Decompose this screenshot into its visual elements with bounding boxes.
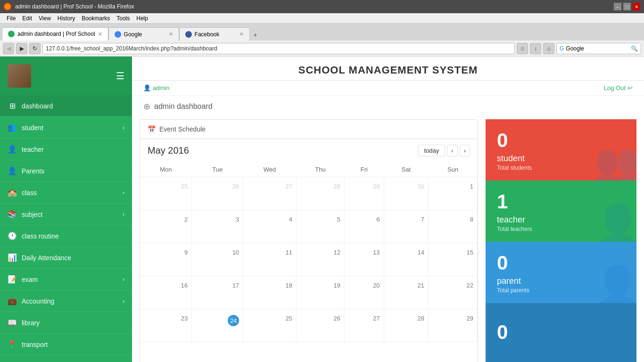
- chevron-right-icon-class: ›: [123, 189, 124, 196]
- sidebar-item-library[interactable]: 📖 library: [0, 312, 132, 334]
- menu-help[interactable]: Help: [133, 14, 151, 23]
- calendar-day[interactable]: 24: [192, 309, 243, 342]
- calendar-day[interactable]: 30: [384, 177, 428, 210]
- maximize-button[interactable]: □: [623, 3, 631, 10]
- address-bar[interactable]: 127.0.0.1/free_school_app_2016March/inde…: [42, 43, 515, 54]
- prev-month-button[interactable]: ‹: [447, 145, 457, 156]
- calendar-day[interactable]: 6: [345, 210, 384, 243]
- calendar-day[interactable]: 28: [297, 177, 345, 210]
- tab-close-google[interactable]: ✕: [169, 31, 173, 37]
- home-button[interactable]: ⌂: [543, 43, 554, 54]
- calendar-day[interactable]: 25: [140, 177, 192, 210]
- search-icon: 🔍: [631, 45, 638, 52]
- today-button[interactable]: today: [418, 145, 446, 156]
- day-mon: Mon: [140, 162, 192, 177]
- refresh-button[interactable]: ↓: [530, 43, 541, 54]
- calendar-day[interactable]: 19: [297, 276, 345, 309]
- stat-card-student: 0 student Total students 👥: [486, 119, 636, 181]
- calendar-day[interactable]: 18: [243, 276, 297, 309]
- sidebar-label-transport: transport: [22, 341, 48, 348]
- new-tab-button[interactable]: +: [250, 29, 261, 41]
- calendar-grid: Mon Tue Wed Thu Fri Sat Sun 252627282930…: [140, 162, 478, 342]
- sidebar-item-accounting[interactable]: 💼 Accounting ›: [0, 290, 132, 312]
- sidebar-item-dormitory[interactable]: 🏠 dormitory: [0, 355, 132, 362]
- calendar-day[interactable]: 21: [384, 276, 428, 309]
- transport-icon: 📍: [8, 340, 17, 349]
- sidebar-item-parents[interactable]: 👤 Parents: [0, 160, 132, 182]
- calendar-day[interactable]: 26: [192, 177, 243, 210]
- calendar-day[interactable]: 9: [140, 243, 192, 276]
- calendar-day[interactable]: 23: [140, 309, 192, 342]
- calendar-day[interactable]: 29: [345, 177, 384, 210]
- sidebar-item-exam[interactable]: 📝 exam ›: [0, 269, 132, 290]
- calendar-day[interactable]: 27: [345, 309, 384, 342]
- menu-history[interactable]: History: [55, 14, 78, 23]
- sidebar-item-daily-attendance[interactable]: 📊 Daily Attendance: [0, 247, 132, 269]
- logout-link[interactable]: Log Out ↩: [604, 84, 633, 91]
- reload-button[interactable]: ↻: [29, 43, 41, 54]
- calendar-day[interactable]: 11: [243, 243, 297, 276]
- menu-file[interactable]: File: [4, 14, 18, 23]
- window-title: admin dashboard | Prof School - Mozilla …: [15, 3, 134, 10]
- tab-facebook[interactable]: Facebook ✕: [179, 27, 250, 41]
- teacher-icon: 👤: [8, 145, 17, 154]
- close-button[interactable]: ✕: [633, 3, 640, 10]
- calendar-day[interactable]: 25: [243, 309, 297, 342]
- calendar-day[interactable]: 26: [297, 309, 345, 342]
- calendar-day[interactable]: 3: [192, 210, 243, 243]
- menu-bar: File Edit View History Bookmarks Tools H…: [0, 13, 644, 24]
- calendar-day[interactable]: 10: [192, 243, 243, 276]
- calendar-day[interactable]: 27: [243, 177, 297, 210]
- calendar-day[interactable]: 15: [428, 243, 477, 276]
- calendar-day[interactable]: 14: [384, 243, 428, 276]
- browser-search-bar[interactable]: G Google 🔍: [556, 43, 641, 54]
- calendar-nav-buttons: today ‹ ›: [418, 145, 471, 156]
- admin-link[interactable]: 👤 admin: [143, 84, 169, 91]
- sidebar-item-dashboard[interactable]: ⊞ dashboard: [0, 95, 132, 117]
- calendar-day[interactable]: 12: [297, 243, 345, 276]
- calendar-day[interactable]: 1: [428, 177, 477, 210]
- tab-close-admin[interactable]: ✕: [98, 31, 102, 37]
- sidebar-label-dashboard: dashboard: [22, 102, 53, 110]
- calendar-day[interactable]: 5: [297, 210, 345, 243]
- calendar-week-2: 9101112131415: [140, 243, 478, 276]
- calendar-day[interactable]: 16: [140, 276, 192, 309]
- calendar-day[interactable]: 17: [192, 276, 243, 309]
- calendar-day[interactable]: 29: [428, 309, 477, 342]
- tab-admin-dashboard[interactable]: admin dashboard | Prof School ✕: [2, 27, 108, 41]
- user-icon: 👤: [143, 84, 151, 91]
- calendar-day[interactable]: 22: [428, 276, 477, 309]
- calendar-icon: 📅: [148, 125, 156, 133]
- tab-close-facebook[interactable]: ✕: [239, 31, 244, 37]
- sidebar-item-class[interactable]: 🏫 class ›: [0, 182, 132, 204]
- calendar-day[interactable]: 13: [345, 243, 384, 276]
- menu-edit[interactable]: Edit: [19, 14, 35, 23]
- calendar-month: May 2016: [148, 145, 189, 156]
- calendar-day[interactable]: 2: [140, 210, 192, 243]
- tab-google[interactable]: Google ✕: [108, 27, 179, 41]
- sidebar-item-class-routine[interactable]: 🕐 class routine: [0, 225, 132, 247]
- calendar-days-header: Mon Tue Wed Thu Fri Sat Sun: [140, 162, 478, 177]
- calendar-day[interactable]: 20: [345, 276, 384, 309]
- calendar-day[interactable]: 28: [384, 309, 428, 342]
- calendar-day[interactable]: 7: [384, 210, 428, 243]
- calendar-day[interactable]: 4: [243, 210, 297, 243]
- search-text: Google: [566, 45, 584, 52]
- hamburger-menu[interactable]: ☰: [116, 70, 124, 82]
- menu-bookmarks[interactable]: Bookmarks: [79, 14, 113, 23]
- calendar-day[interactable]: 8: [428, 210, 477, 243]
- forward-button[interactable]: ▶: [16, 43, 27, 54]
- next-month-button[interactable]: ›: [460, 145, 470, 156]
- calendar-week-0: 2526272829301: [140, 177, 478, 210]
- bookmark-button[interactable]: ☆: [517, 43, 528, 54]
- sidebar-item-subject[interactable]: 📚 subject ›: [0, 204, 132, 225]
- sidebar-item-transport[interactable]: 📍 transport: [0, 334, 132, 355]
- menu-view[interactable]: View: [36, 14, 54, 23]
- sidebar-item-student[interactable]: 👥 student ›: [0, 117, 132, 139]
- minimize-button[interactable]: –: [614, 3, 621, 10]
- sidebar-item-teacher[interactable]: 👤 teacher: [0, 139, 132, 160]
- back-button[interactable]: ◀: [3, 43, 14, 54]
- sidebar-label-subject: subject: [22, 211, 42, 218]
- menu-tools[interactable]: Tools: [114, 14, 132, 23]
- main-header: SCHOOL MANAGEMENT SYSTEM: [132, 57, 644, 81]
